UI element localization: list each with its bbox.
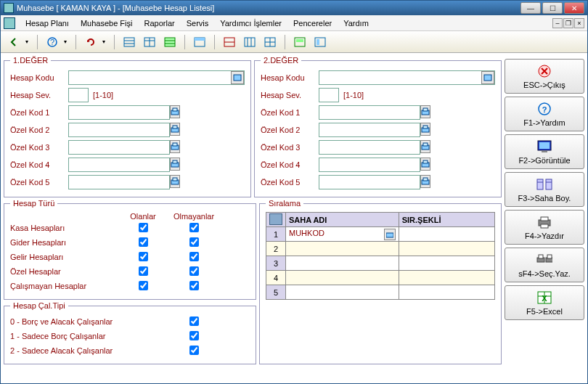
input-ozel1-1[interactable] [68, 105, 170, 120]
cell-saha-5[interactable] [286, 285, 399, 300]
input-hesap-sev-2[interactable] [319, 88, 339, 102]
label-ozel4-2: Özel Kod 4 [261, 160, 319, 169]
esc-exit-button[interactable]: ESC->Çıkış [505, 59, 584, 94]
toolbar-refresh-button[interactable] [82, 33, 99, 51]
grid-corner-icon[interactable] [269, 213, 282, 225]
menu-yardim[interactable]: Yardım [338, 17, 375, 29]
cell-lookup-1-button[interactable] [384, 229, 396, 240]
cell-saha-1[interactable]: MUHKOD [286, 227, 399, 242]
toolbar-back-dropdown[interactable]: ▾ [25, 38, 31, 45]
toolbar-grid9-button[interactable] [311, 33, 329, 51]
svg-rect-64 [547, 255, 552, 258]
f2-view-button[interactable]: F2->Görüntüle [505, 134, 584, 169]
toolbar-grid1-button[interactable] [121, 33, 138, 51]
lookup-ozel5-1-button[interactable] [170, 175, 180, 188]
group-hesap-turu: Hesap Türü Olanlar Olmayanlar Kasa Hesap… [4, 199, 256, 300]
check-cal-2[interactable] [189, 346, 199, 355]
toolbar-help-dropdown[interactable]: ▾ [64, 38, 70, 45]
toolbar-refresh-dropdown[interactable]: ▾ [102, 38, 108, 45]
lookup-ozel4-1-button[interactable] [170, 158, 180, 171]
input-ozel2-2[interactable] [319, 123, 420, 137]
maximize-button[interactable]: ☐ [542, 2, 563, 14]
toolbar-grid2-button[interactable] [141, 33, 158, 51]
check-gider-olmayanlar[interactable] [189, 237, 199, 247]
siralama-grid[interactable]: SAHA ADI SIR.ŞEKLİ 1 MUHKOD 2 [266, 212, 495, 300]
input-ozel1-2[interactable] [319, 105, 420, 120]
toolbar-grid6-button[interactable] [241, 33, 258, 51]
cell-saha-3[interactable] [286, 256, 399, 271]
input-hesap-sev-1[interactable] [68, 88, 89, 102]
check-ozel-olmayanlar[interactable] [189, 266, 199, 276]
cell-sir-5[interactable] [399, 285, 494, 300]
cell-sir-2[interactable] [399, 242, 494, 256]
check-kasa-olmayanlar[interactable] [189, 223, 199, 232]
toolbar-grid4-button[interactable] [191, 33, 208, 51]
f4-print-button[interactable]: F4->Yazdır [505, 210, 584, 245]
lookup-hesap-kodu-1-button[interactable] [231, 71, 244, 84]
cell-saha-2[interactable] [286, 242, 399, 256]
f1-help-button[interactable]: ? F1->Yardım [505, 97, 584, 131]
sf4-select-print-button[interactable]: sF4->Seç.Yaz. [505, 248, 584, 282]
lookup-ozel2-1-button[interactable] [170, 123, 180, 136]
toolbar-help-button[interactable]: ? [44, 33, 61, 51]
f3-field-size-button[interactable]: F3->Saha Boy. [505, 172, 584, 207]
cell-saha-4[interactable] [286, 271, 399, 285]
toolbar-grid3-button[interactable] [161, 33, 179, 51]
cell-sir-3[interactable] [399, 256, 494, 271]
close-button[interactable]: ✕ [564, 2, 584, 14]
check-kasa-olanlar[interactable] [139, 223, 148, 232]
lookup-ozel1-2-button[interactable] [420, 105, 430, 118]
svg-rect-38 [423, 108, 428, 111]
lookup-ozel2-2-button[interactable] [420, 123, 430, 136]
menu-hesap-plani[interactable]: Hesap Planı [20, 17, 75, 29]
input-ozel5-2[interactable] [319, 175, 420, 189]
input-ozel3-2[interactable] [319, 140, 420, 155]
input-ozel4-2[interactable] [319, 158, 420, 172]
input-ozel2-1[interactable] [68, 123, 170, 137]
lookup-ozel3-2-button[interactable] [420, 140, 430, 153]
svg-rect-60 [541, 224, 548, 228]
menu-pencereler[interactable]: Pencereler [287, 17, 338, 29]
check-calismayan-olanlar[interactable] [139, 281, 148, 290]
toolbar-grid5-button[interactable] [221, 33, 238, 51]
row-header-1[interactable]: 1 [266, 227, 286, 242]
row-header-2[interactable]: 2 [266, 242, 286, 256]
mdi-minimize-button[interactable]: – [552, 18, 563, 28]
check-cal-0[interactable] [189, 316, 199, 326]
lookup-ozel5-2-button[interactable] [420, 175, 430, 188]
check-cal-1[interactable] [189, 331, 199, 340]
input-ozel4-1[interactable] [68, 158, 170, 172]
menu-yardimci-islemler[interactable]: Yardımcı İşlemler [214, 17, 287, 29]
toolbar-grid7-button[interactable] [261, 33, 279, 51]
toolbar-grid8-button[interactable] [291, 33, 309, 51]
check-gider-olanlar[interactable] [139, 237, 148, 247]
input-ozel5-1[interactable] [68, 175, 170, 189]
col-sir-sekli[interactable]: SIR.ŞEKLİ [399, 213, 494, 227]
check-calismayan-olmayanlar[interactable] [189, 281, 199, 290]
lookup-ozel3-1-button[interactable] [170, 140, 180, 153]
menu-servis[interactable]: Servis [181, 17, 215, 29]
row-header-3[interactable]: 3 [266, 256, 286, 271]
menu-raporlar[interactable]: Raporlar [138, 17, 180, 29]
f5-excel-button[interactable]: X F5->Excel [505, 285, 584, 320]
lookup-ozel1-1-button[interactable] [170, 105, 180, 118]
check-ozel-olanlar[interactable] [139, 266, 148, 276]
input-hesap-kodu-1[interactable] [69, 71, 231, 84]
menu-muhasebe-fisi[interactable]: Muhasebe Fişi [75, 17, 139, 29]
check-gelir-olmayanlar[interactable] [189, 252, 199, 261]
mdi-restore-button[interactable]: ❐ [563, 18, 573, 28]
lookup-ozel4-2-button[interactable] [420, 158, 430, 171]
toolbar-back-button[interactable] [5, 33, 23, 51]
row-header-5[interactable]: 5 [266, 285, 286, 300]
group-deger1-title: 1.DEĞER [10, 56, 51, 65]
menubar-app-icon[interactable] [4, 17, 15, 29]
cell-sir-4[interactable] [399, 271, 494, 285]
input-hesap-kodu-2[interactable] [319, 71, 481, 84]
minimize-button[interactable]: — [520, 2, 541, 14]
col-saha-adi[interactable]: SAHA ADI [286, 213, 399, 227]
input-ozel3-1[interactable] [68, 140, 170, 155]
row-header-4[interactable]: 4 [266, 271, 286, 285]
cell-sir-1[interactable] [399, 227, 494, 242]
lookup-hesap-kodu-2-button[interactable] [481, 71, 494, 84]
mdi-close-button[interactable]: × [574, 18, 584, 28]
